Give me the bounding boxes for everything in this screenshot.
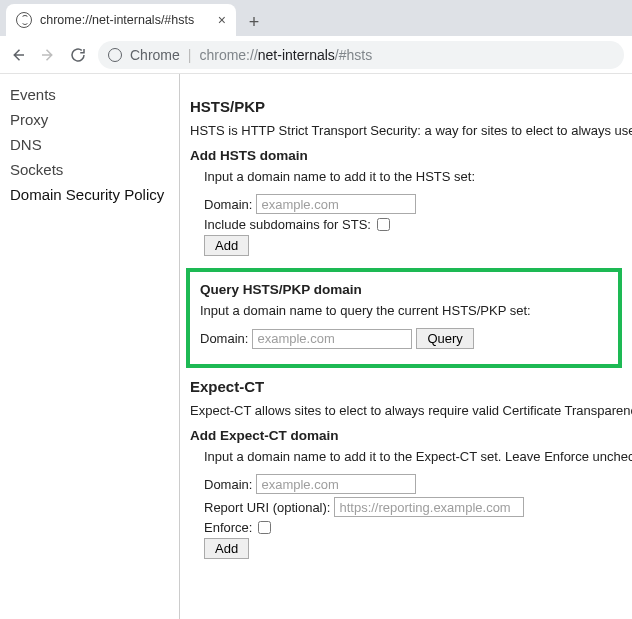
- add-expectct-domain-label: Domain:: [204, 477, 252, 492]
- sidebar-item-proxy[interactable]: Proxy: [10, 107, 169, 132]
- add-expectct-report-input[interactable]: [334, 497, 524, 517]
- sidebar-item-sockets[interactable]: Sockets: [10, 157, 169, 182]
- sidebar: Events Proxy DNS Sockets Domain Security…: [0, 74, 180, 619]
- url-scheme-label: Chrome: [130, 47, 180, 63]
- add-expectct-report-label: Report URI (optional):: [204, 500, 330, 515]
- add-expectct-block: Input a domain name to add it to the Exp…: [190, 449, 622, 559]
- close-icon[interactable]: ×: [218, 13, 226, 27]
- browser-toolbar: Chrome | chrome://net-internals/#hsts: [0, 36, 632, 74]
- new-tab-button[interactable]: +: [240, 8, 268, 36]
- arrow-right-icon: [39, 46, 57, 64]
- main-panel: HSTS/PKP HSTS is HTTP Strict Transport S…: [180, 74, 632, 619]
- hsts-title: HSTS/PKP: [190, 98, 622, 115]
- query-hsts-domain-input[interactable]: [252, 329, 412, 349]
- reload-icon: [69, 46, 87, 64]
- page-content: Events Proxy DNS Sockets Domain Security…: [0, 74, 632, 619]
- add-hsts-title: Add HSTS domain: [190, 148, 622, 163]
- add-hsts-button[interactable]: Add: [204, 235, 249, 256]
- sidebar-item-events[interactable]: Events: [10, 82, 169, 107]
- query-hsts-domain-label: Domain:: [200, 331, 248, 346]
- add-hsts-domain-label: Domain:: [204, 197, 252, 212]
- globe-icon: [16, 12, 32, 28]
- sidebar-item-domain-security-policy[interactable]: Domain Security Policy: [10, 182, 169, 207]
- query-hsts-instr: Input a domain name to query the current…: [200, 303, 608, 318]
- address-bar[interactable]: Chrome | chrome://net-internals/#hsts: [98, 41, 624, 69]
- query-hsts-highlight: Query HSTS/PKP domain Input a domain nam…: [186, 268, 622, 368]
- add-expectct-button[interactable]: Add: [204, 538, 249, 559]
- query-hsts-title: Query HSTS/PKP domain: [200, 282, 608, 297]
- hsts-desc: HSTS is HTTP Strict Transport Security: …: [190, 123, 622, 138]
- add-hsts-domain-input[interactable]: [256, 194, 416, 214]
- arrow-left-icon: [9, 46, 27, 64]
- add-hsts-include-checkbox[interactable]: [377, 218, 390, 231]
- add-hsts-instr: Input a domain name to add it to the HST…: [204, 169, 622, 184]
- browser-tab[interactable]: chrome://net-internals/#hsts ×: [6, 4, 236, 36]
- tab-strip: chrome://net-internals/#hsts × +: [0, 0, 632, 36]
- expectct-desc: Expect-CT allows sites to elect to alway…: [190, 403, 622, 418]
- add-hsts-include-label: Include subdomains for STS:: [204, 217, 371, 232]
- query-hsts-button[interactable]: Query: [416, 328, 473, 349]
- sidebar-item-dns[interactable]: DNS: [10, 132, 169, 157]
- add-expectct-title: Add Expect-CT domain: [190, 428, 622, 443]
- url-separator: |: [188, 47, 192, 63]
- add-hsts-block: Input a domain name to add it to the HST…: [190, 169, 622, 256]
- url-text: chrome://net-internals/#hsts: [199, 47, 372, 63]
- back-button[interactable]: [8, 45, 28, 65]
- plus-icon: +: [249, 12, 260, 33]
- reload-button[interactable]: [68, 45, 88, 65]
- add-expectct-instr: Input a domain name to add it to the Exp…: [204, 449, 622, 464]
- tab-title: chrome://net-internals/#hsts: [40, 13, 194, 27]
- add-expectct-enforce-checkbox[interactable]: [258, 521, 271, 534]
- expectct-title: Expect-CT: [190, 378, 622, 395]
- add-expectct-domain-input[interactable]: [256, 474, 416, 494]
- add-expectct-enforce-label: Enforce:: [204, 520, 252, 535]
- forward-button[interactable]: [38, 45, 58, 65]
- site-info-icon[interactable]: [108, 48, 122, 62]
